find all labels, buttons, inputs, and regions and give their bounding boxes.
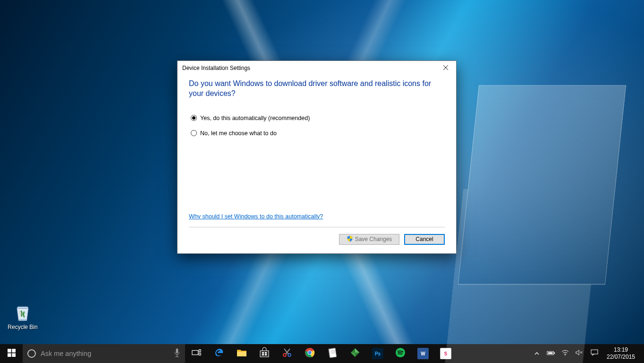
scissors-icon xyxy=(281,347,293,360)
photoshop-icon: Ps xyxy=(372,348,383,359)
dialog-close-button[interactable] xyxy=(435,61,456,75)
svg-point-21 xyxy=(308,351,312,354)
taskbar-app-slack[interactable]: S xyxy=(434,344,457,363)
svg-rect-14 xyxy=(265,354,267,355)
store-icon xyxy=(259,347,270,360)
taskbar-app-chrome[interactable] xyxy=(298,344,321,363)
taskbar-app-word[interactable]: W xyxy=(412,344,434,363)
search-placeholder: Ask me anything xyxy=(41,350,169,357)
radio-option-no[interactable]: No, let me choose what to do xyxy=(189,130,445,137)
radio-label-no: No, let me choose what to do xyxy=(200,130,277,137)
cancel-button[interactable]: Cancel xyxy=(404,234,445,245)
svg-rect-10 xyxy=(260,351,269,357)
svg-rect-7 xyxy=(192,350,198,354)
word-icon: W xyxy=(417,348,429,359)
radio-icon xyxy=(191,130,197,136)
taskbar-app-evernote[interactable] xyxy=(344,344,366,363)
radio-label-yes: Yes, do this automatically (recommended) xyxy=(200,115,310,121)
recycle-bin-icon xyxy=(5,302,41,322)
battery-icon xyxy=(547,349,555,358)
taskbar-app-edge[interactable] xyxy=(208,344,230,363)
radio-icon xyxy=(191,115,197,121)
pinned-apps: Ps W S xyxy=(208,344,457,363)
task-view-button[interactable] xyxy=(185,344,208,363)
svg-rect-11 xyxy=(262,352,264,354)
svg-rect-29 xyxy=(554,352,555,354)
tray-volume[interactable] xyxy=(572,349,586,358)
recycle-bin-desktop-icon[interactable]: Recycle Bin xyxy=(5,302,41,330)
cortana-icon xyxy=(27,349,36,358)
tray-overflow-button[interactable] xyxy=(530,349,544,358)
taskbar-app-store[interactable] xyxy=(253,344,276,363)
taskbar-app-file-explorer[interactable] xyxy=(230,344,253,363)
taskbar-app-notepad[interactable] xyxy=(321,344,344,363)
svg-rect-1 xyxy=(12,349,16,353)
slack-icon: S xyxy=(440,348,451,359)
clock-date: 22/07/2015 xyxy=(607,354,635,361)
edge-icon xyxy=(213,347,225,360)
save-changes-button[interactable]: Save Changes xyxy=(339,234,399,245)
svg-point-31 xyxy=(565,354,566,355)
volume-muted-icon xyxy=(576,349,583,358)
taskbar-app-spotify[interactable] xyxy=(389,344,412,363)
windows-logo-icon xyxy=(8,349,16,359)
chevron-up-icon xyxy=(534,349,539,358)
cancel-label: Cancel xyxy=(415,236,433,242)
svg-rect-13 xyxy=(262,354,264,355)
tray-action-center[interactable] xyxy=(586,349,602,358)
action-center-icon xyxy=(591,349,598,358)
chrome-icon xyxy=(305,347,315,360)
svg-rect-3 xyxy=(12,353,16,357)
svg-rect-2 xyxy=(8,353,11,357)
dialog-heading: Do you want Windows to download driver s… xyxy=(189,79,445,99)
dialog-title: Device Installation Settings xyxy=(182,65,250,71)
folder-icon xyxy=(236,347,247,360)
clock-time: 13:19 xyxy=(614,346,628,354)
spotify-icon xyxy=(395,347,406,360)
task-view-icon xyxy=(192,349,201,358)
notepad-icon xyxy=(327,347,338,360)
microphone-icon[interactable] xyxy=(174,348,180,360)
help-link[interactable]: Why should I set Windows to do this auto… xyxy=(189,213,323,220)
tray-battery[interactable] xyxy=(544,349,558,358)
tray-network[interactable] xyxy=(558,349,572,358)
taskbar-clock[interactable]: 13:19 22/07/2015 xyxy=(602,346,639,361)
cortana-search-box[interactable]: Ask me anything xyxy=(23,344,185,363)
diamond-icon xyxy=(350,347,360,360)
close-icon xyxy=(443,65,448,71)
svg-rect-4 xyxy=(176,348,178,354)
svg-rect-0 xyxy=(8,349,11,353)
svg-rect-32 xyxy=(591,350,598,354)
device-installation-dialog: Device Installation Settings Do you want… xyxy=(177,60,457,254)
taskbar-app-snipping-tool[interactable] xyxy=(276,344,298,363)
taskbar-app-photoshop[interactable]: Ps xyxy=(366,344,389,363)
system-tray: 13:19 22/07/2015 xyxy=(530,344,644,363)
svg-rect-12 xyxy=(265,352,267,354)
svg-rect-9 xyxy=(199,353,201,355)
radio-option-yes[interactable]: Yes, do this automatically (recommended) xyxy=(189,115,445,121)
wifi-icon xyxy=(561,349,569,358)
uac-shield-icon xyxy=(347,235,353,243)
dialog-footer: Save Changes Cancel xyxy=(189,227,445,245)
desktop[interactable]: Recycle Bin Device Installation Settings… xyxy=(0,0,644,363)
recycle-bin-label: Recycle Bin xyxy=(5,324,41,330)
svg-rect-30 xyxy=(548,352,553,354)
taskbar: Ask me anything xyxy=(0,344,644,363)
start-button[interactable] xyxy=(0,344,23,363)
dialog-titlebar[interactable]: Device Installation Settings xyxy=(178,61,456,75)
save-changes-label: Save Changes xyxy=(355,236,392,242)
svg-rect-8 xyxy=(199,350,201,352)
